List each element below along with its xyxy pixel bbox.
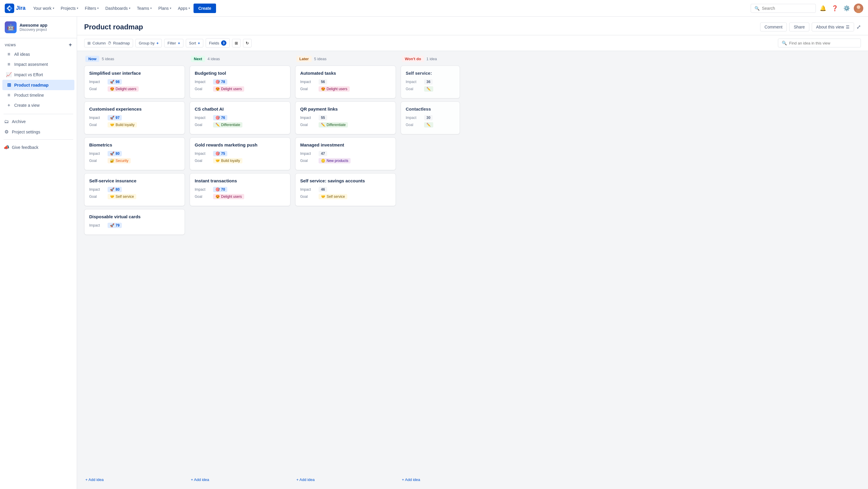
filter-button[interactable]: Filter +	[164, 39, 183, 48]
fields-button[interactable]: Fields 3	[206, 38, 230, 48]
sort-button[interactable]: Sort +	[186, 39, 203, 48]
comment-button[interactable]: Comment	[760, 23, 787, 31]
refresh-button[interactable]: ↻	[243, 39, 252, 48]
sidebar-item-project-settings[interactable]: ⚙ Project settings	[0, 126, 77, 137]
sidebar-item-all-ideas[interactable]: ≡ All ideas	[2, 49, 74, 59]
table-row[interactable]: Self-service insurance Impact 🚀 80 Goal …	[84, 173, 185, 206]
svg-rect-0	[5, 4, 14, 13]
impact-badge: 47	[318, 151, 327, 156]
groupby-button[interactable]: Group by +	[135, 39, 162, 48]
chevron-down-icon: ▾	[170, 6, 171, 10]
notifications-button[interactable]: 🔔	[818, 4, 828, 13]
add-idea-button-later[interactable]: + Add idea	[295, 475, 396, 484]
column-now-header: Now 5 ideas	[84, 56, 185, 62]
sidebar-divider-2	[4, 139, 73, 140]
table-row[interactable]: Contactless Impact 30 Goal ✏️	[401, 102, 460, 134]
grid-icon: ⊞	[6, 82, 12, 88]
card-field-goal: Goal ✏️ Differentiate	[195, 122, 285, 127]
create-button[interactable]: Create	[193, 4, 216, 13]
search-input[interactable]	[762, 6, 812, 11]
chevron-down-icon: ▾	[188, 6, 190, 10]
toolbar: ⊞ Column ⏱ Roadmap Group by + Filter + S…	[77, 35, 868, 51]
column-next-count: 4 ideas	[208, 57, 220, 61]
menu-lines-icon: ☰	[846, 25, 849, 29]
sidebar-item-impact-assessment[interactable]: ≡ Impact assesment	[2, 59, 74, 69]
list-icon: ≡	[6, 92, 12, 98]
project-icon: 🤖	[5, 21, 17, 33]
toolbar-search-area: 🔍	[778, 38, 861, 48]
settings-view-button[interactable]: ⊞	[232, 39, 241, 48]
expand-icon[interactable]: ⤢	[857, 24, 861, 30]
search-box[interactable]: 🔍	[751, 4, 816, 13]
table-row[interactable]: CS chatbot AI Impact 🎯 76 Goal ✏️ Differ…	[190, 102, 290, 134]
search-ideas-input[interactable]	[789, 41, 857, 46]
card-title: Biometrics	[89, 142, 180, 147]
logo[interactable]: Jira	[5, 4, 26, 13]
table-row[interactable]: Disposable virtual cards Impact 🚀 79	[84, 209, 185, 235]
settings-button[interactable]: ⚙️	[842, 4, 851, 13]
column-later-label: Later	[296, 56, 312, 62]
share-button[interactable]: Share	[789, 23, 809, 31]
impact-badge: 🎯 75	[213, 151, 227, 156]
table-row[interactable]: Simplified user interface Impact 🚀 98 Go…	[84, 65, 185, 98]
card-field-impact: Impact 🚀 97	[89, 115, 180, 120]
table-row[interactable]: Biometrics Impact 🚀 80 Goal 🔐 Security	[84, 137, 185, 170]
about-view-button[interactable]: About this view ☰	[812, 23, 854, 31]
table-row[interactable]: Self service: Impact 36 Goal ✏️	[401, 65, 460, 98]
column-later: Later 5 ideas Automated tasks Impact 56 …	[295, 56, 396, 484]
goal-tag: 🤝 Self service	[318, 194, 347, 199]
sidebar-item-feedback[interactable]: 📣 Give feedback	[0, 142, 77, 152]
page-title: Product roadmap	[84, 23, 760, 31]
sidebar-item-product-timeline[interactable]: ≡ Product timeline	[2, 90, 74, 100]
table-row[interactable]: Self service: savings accounts Impact 46…	[295, 173, 396, 206]
table-row[interactable]: Managed investment Impact 47 Goal 🪙 New …	[295, 137, 396, 170]
impact-badge: 30	[424, 115, 433, 120]
table-row[interactable]: QR payment links Impact 55 Goal ✏️ Diffe…	[295, 102, 396, 134]
card-field-goal: Goal 😍 Delight users	[89, 86, 180, 92]
settings-icon: ⚙	[4, 129, 9, 135]
nav-projects[interactable]: Projects ▾	[58, 4, 82, 12]
table-row[interactable]: Customised experiences Impact 🚀 97 Goal …	[84, 102, 185, 134]
goal-tag: 🪙 New products	[318, 158, 350, 164]
app-layout: 🤖 Awesome app Discovery project VIEWS + …	[0, 17, 868, 489]
card-title: CS chatbot AI	[195, 107, 285, 112]
card-title: Automated tasks	[300, 70, 391, 76]
card-field-impact: Impact 🎯 75	[195, 151, 285, 156]
archive-icon: 🗂	[4, 119, 9, 124]
goal-tag: ✏️	[424, 122, 433, 127]
nav-filters[interactable]: Filters ▾	[82, 4, 102, 12]
card-title: Instant transactions	[195, 178, 285, 183]
add-idea-button-wontdo[interactable]: + Add idea	[401, 475, 460, 484]
add-idea-button-now[interactable]: + Add idea	[84, 475, 185, 484]
search-toolbar[interactable]: 🔍	[778, 38, 861, 48]
nav-teams[interactable]: Teams ▾	[134, 4, 155, 12]
sidebar-item-impact-effort[interactable]: 📈 Impact vs Effort	[2, 69, 74, 80]
add-view-icon[interactable]: +	[69, 42, 72, 48]
nav-apps[interactable]: Apps ▾	[175, 4, 193, 12]
list-icon: ≡	[6, 52, 12, 57]
add-idea-button-next[interactable]: + Add idea	[190, 475, 290, 484]
table-row[interactable]: Automated tasks Impact 56 Goal 😍 Delight…	[295, 65, 396, 98]
card-title: Gold rewards marketing push	[195, 142, 285, 147]
impact-badge: 🚀 80	[107, 187, 122, 192]
column-button[interactable]: ⊞ Column ⏱ Roadmap	[84, 39, 133, 48]
sidebar-item-archive[interactable]: 🗂 Archive	[0, 117, 77, 126]
table-row[interactable]: Budgeting tool Impact 🎯 78 Goal 😍 Deligh…	[190, 65, 290, 98]
card-field-impact: Impact 🚀 98	[89, 79, 180, 85]
nav-your-work[interactable]: Your work ▾	[30, 4, 57, 12]
sidebar-item-create-view[interactable]: + Create a view	[2, 100, 74, 110]
table-row[interactable]: Gold rewards marketing push Impact 🎯 75 …	[190, 137, 290, 170]
chart-icon: 📈	[6, 72, 12, 78]
column-now-count: 5 ideas	[102, 57, 114, 61]
avatar[interactable]	[854, 4, 863, 13]
goal-tag: ✏️ Differentiate	[318, 122, 348, 127]
nav-plans[interactable]: Plans ▾	[155, 4, 174, 12]
card-field-goal: Goal 🤝 Self service	[300, 194, 391, 199]
table-row[interactable]: Instant transactions Impact 🎯 70 Goal 😍 …	[190, 173, 290, 206]
help-button[interactable]: ❓	[830, 4, 840, 13]
sidebar-item-product-roadmap[interactable]: ⊞ Product roadmap	[2, 80, 74, 90]
card-title: Simplified user interface	[89, 70, 180, 76]
project-header[interactable]: 🤖 Awesome app Discovery project	[0, 17, 77, 38]
plus-icon: +	[178, 41, 180, 46]
nav-dashboards[interactable]: Dashboards ▾	[102, 4, 133, 12]
